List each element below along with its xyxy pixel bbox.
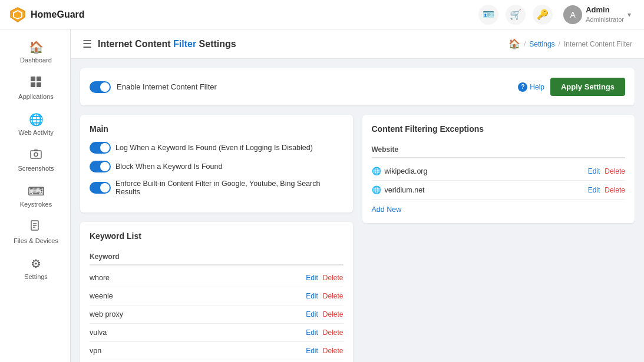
exception-delete-0[interactable]: Delete <box>605 167 625 175</box>
enable-toggle[interactable] <box>90 81 111 93</box>
sidebar: 🏠 Dashboard Applications 🌐 Web Activity … <box>0 29 71 362</box>
svg-rect-7 <box>31 151 41 158</box>
sidebar-item-screenshots[interactable]: Screenshots <box>0 143 70 178</box>
sidebar-item-settings[interactable]: ⚙ Settings <box>0 251 70 287</box>
user-info: Admin Administrator <box>586 5 624 24</box>
breadcrumb-sep1: / <box>524 40 526 48</box>
topbar-right: 🪪 🛒 🔑 A Admin Administrator ▾ <box>478 3 635 26</box>
exception-actions-0: Edit Delete <box>588 167 625 175</box>
table-row: whore Edit Delete <box>90 269 344 287</box>
toggle-left: Enable Internet Content Filter <box>90 81 217 93</box>
sidebar-item-keystrokes[interactable]: ⌨ Keystrokes <box>0 178 70 214</box>
table-row: 🌐 wikipedia.org Edit Delete <box>372 162 626 181</box>
sidebar-label-web-activity: Web Activity <box>18 129 54 137</box>
breadcrumb-current: Internet Content Filter <box>564 40 632 48</box>
cart-button[interactable]: 🛒 <box>506 5 526 25</box>
exception-actions-1: Edit Delete <box>588 186 625 194</box>
keyword-actions-2: Edit Delete <box>306 310 343 318</box>
keyword-value-3: vulva <box>90 328 107 337</box>
keyword-actions-1: Edit Delete <box>306 292 343 300</box>
keyword-actions-4: Edit Delete <box>306 347 343 355</box>
option-label-2: Enforce Built-in Content Filter in Googl… <box>115 180 344 196</box>
breadcrumb: 🏠 / Settings / Internet Content Filter <box>508 38 632 49</box>
exception-value-0: 🌐 wikipedia.org <box>372 167 428 175</box>
help-button[interactable]: ? Help <box>518 82 544 92</box>
sidebar-label-files-devices: Files & Devices <box>14 237 58 245</box>
sidebar-label-settings: Settings <box>24 273 48 281</box>
option-toggle-0[interactable] <box>90 142 111 154</box>
keyword-delete-1[interactable]: Delete <box>323 292 344 300</box>
keyword-edit-1[interactable]: Edit <box>306 292 318 300</box>
help-icon: ? <box>518 82 527 92</box>
page-title: Internet Content Filter Settings <box>98 39 236 49</box>
keyword-actions-3: Edit Delete <box>306 328 343 337</box>
keyword-edit-0[interactable]: Edit <box>306 274 318 282</box>
screenshots-icon <box>30 149 42 162</box>
option-row-0: Log When a Keyword Is Found (Even if Log… <box>90 142 344 154</box>
exception-delete-1[interactable]: Delete <box>605 186 625 194</box>
svg-rect-4 <box>37 77 41 81</box>
option-toggle-2[interactable] <box>90 182 111 194</box>
sidebar-item-files-devices[interactable]: Files & Devices <box>0 214 70 251</box>
keyword-actions-0: Edit Delete <box>306 274 343 282</box>
page-header-left: ☰ Internet Content Filter Settings <box>82 38 236 51</box>
option-toggle-1[interactable] <box>90 161 111 172</box>
sidebar-item-dashboard[interactable]: 🏠 Dashboard <box>0 34 70 70</box>
option-label-0: Log When a Keyword Is Found (Even if Log… <box>115 144 313 152</box>
exception-edit-0[interactable]: Edit <box>588 167 600 175</box>
sidebar-label-dashboard: Dashboard <box>20 57 52 64</box>
breadcrumb-home-icon[interactable]: 🏠 <box>508 38 520 49</box>
dashboard-icon: 🏠 <box>29 40 44 54</box>
keyword-edit-3[interactable]: Edit <box>306 328 318 337</box>
content-area: Enable Internet Content Filter ? Help Ap… <box>71 59 644 362</box>
globe-icon-0: 🌐 <box>372 167 381 175</box>
enable-row: Enable Internet Content Filter ? Help Ap… <box>90 78 625 96</box>
keyword-delete-3[interactable]: Delete <box>323 328 344 337</box>
applications-icon <box>30 76 42 91</box>
main-section-card: Main Log When a Keyword Is Found (Even i… <box>80 115 353 212</box>
app-logo: HomeGuard <box>9 6 85 23</box>
exceptions-title: Content Filtering Exceptions <box>372 124 626 134</box>
sidebar-item-applications[interactable]: Applications <box>0 70 70 107</box>
enable-label: Enable Internet Content Filter <box>117 82 217 91</box>
add-new-button[interactable]: Add New <box>372 205 402 214</box>
keyword-list-card: Keyword List Keyword whore Edit Delete <box>80 222 353 362</box>
help-label: Help <box>530 83 544 91</box>
layout: 🏠 Dashboard Applications 🌐 Web Activity … <box>0 29 644 362</box>
breadcrumb-sep2: / <box>559 40 560 48</box>
page-header: ☰ Internet Content Filter Settings 🏠 / S… <box>71 29 644 59</box>
keyword-delete-2[interactable]: Delete <box>323 310 344 318</box>
enable-card: Enable Internet Content Filter ? Help Ap… <box>80 68 635 105</box>
option-label-1: Block When a Keyword Is Found <box>115 162 222 171</box>
keyword-delete-0[interactable]: Delete <box>323 274 344 282</box>
key-button[interactable]: 🔑 <box>533 5 553 25</box>
exception-value-1: 🌐 veridium.net <box>372 185 425 194</box>
keyword-value-0: whore <box>90 274 110 282</box>
apply-settings-button[interactable]: Apply Settings <box>550 78 625 96</box>
app-name: HomeGuard <box>31 9 85 20</box>
globe-icon-1: 🌐 <box>372 185 381 194</box>
breadcrumb-settings[interactable]: Settings <box>529 40 554 48</box>
table-row: vulva Edit Delete <box>90 324 344 342</box>
sidebar-item-web-activity[interactable]: 🌐 Web Activity <box>0 107 70 142</box>
svg-rect-3 <box>31 77 35 81</box>
keystrokes-icon: ⌨ <box>28 184 45 198</box>
user-menu[interactable]: A Admin Administrator ▾ <box>560 3 635 26</box>
keyword-list-title: Keyword List <box>90 231 344 241</box>
table-row: 🌐 veridium.net Edit Delete <box>372 181 626 200</box>
avatar: A <box>563 5 582 24</box>
keyword-delete-4[interactable]: Delete <box>323 347 344 355</box>
user-name: Admin <box>586 5 624 15</box>
exception-edit-1[interactable]: Edit <box>588 186 600 194</box>
keyword-edit-4[interactable]: Edit <box>306 347 318 355</box>
table-row: web proxy Edit Delete <box>90 305 344 324</box>
svg-rect-9 <box>34 150 38 151</box>
option-row-2: Enforce Built-in Content Filter in Googl… <box>90 180 344 196</box>
keyword-edit-2[interactable]: Edit <box>306 310 318 318</box>
left-column: Main Log When a Keyword Is Found (Even i… <box>80 115 353 362</box>
svg-rect-6 <box>37 82 41 87</box>
badge-button[interactable]: 🪪 <box>478 5 498 25</box>
toggle-right: ? Help Apply Settings <box>518 78 625 96</box>
table-row: vpn Edit Delete <box>90 342 344 360</box>
menu-button[interactable]: ☰ <box>82 38 92 51</box>
